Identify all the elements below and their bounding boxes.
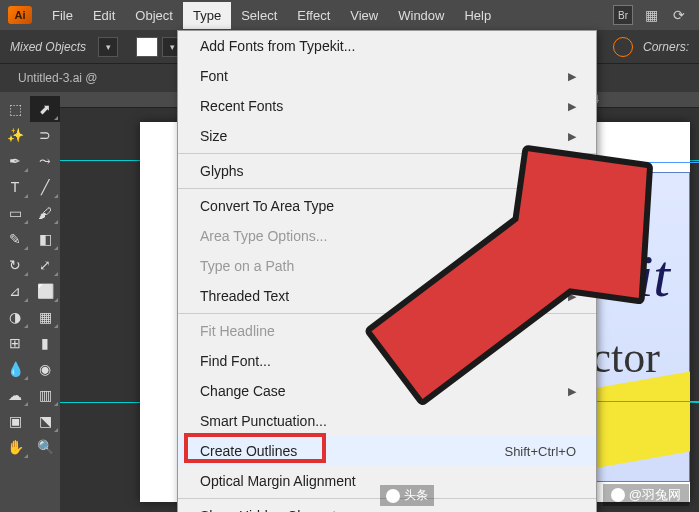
submenu-arrow-icon: ▶ <box>568 70 576 83</box>
menu-object[interactable]: Object <box>125 2 183 29</box>
menubar: Ai File Edit Object Type Select Effect V… <box>0 0 699 30</box>
menuitem-create-outlines[interactable]: Create OutlinesShift+Ctrl+O <box>178 436 596 466</box>
menuitem-size[interactable]: Size▶ <box>178 121 596 151</box>
blend-tool-icon[interactable]: ◉ <box>30 356 60 382</box>
selection-tool-icon[interactable]: ⬚ <box>0 96 30 122</box>
rotate-tool-icon[interactable]: ↻ <box>0 252 30 278</box>
lasso-tool-icon[interactable]: ⊃ <box>30 122 60 148</box>
menu-help[interactable]: Help <box>454 2 501 29</box>
document-tab[interactable]: Untitled-3.ai @ <box>10 67 106 89</box>
menuitem-glyphs[interactable]: Glyphs <box>178 156 596 186</box>
menu-type[interactable]: Type <box>183 2 231 29</box>
pencil-tool-icon[interactable]: ✎ <box>0 226 30 252</box>
line-tool-icon[interactable]: ╱ <box>30 174 60 200</box>
menu-select[interactable]: Select <box>231 2 287 29</box>
corners-label: Corners: <box>643 40 689 54</box>
shortcut-label: Shift+Ctrl+O <box>504 444 576 459</box>
record-icon[interactable] <box>613 37 633 57</box>
slice-tool-icon[interactable]: ⬔ <box>30 408 60 434</box>
bridge-icon[interactable]: Br <box>613 5 633 25</box>
arrange-docs-icon[interactable]: ▦ <box>641 5 661 25</box>
menuitem-find-font[interactable]: Find Font... <box>178 346 596 376</box>
menuitem-change-case[interactable]: Change Case▶ <box>178 376 596 406</box>
menu-edit[interactable]: Edit <box>83 2 125 29</box>
direct-selection-tool-icon[interactable]: ⬈ <box>30 96 60 122</box>
tool-panel: ⬚⬈ ✨⊃ ✒⤳ T╱ ▭🖌 ✎◧ ↻⤢ ⊿⬜ ◑▦ ⊞▮ 💧◉ ☁▥ ▣⬔ ✋… <box>0 92 60 512</box>
mesh-tool-icon[interactable]: ⊞ <box>0 330 30 356</box>
options-dropdown[interactable]: ▾ <box>98 37 118 57</box>
menu-separator <box>178 153 596 154</box>
menu-separator <box>178 188 596 189</box>
type-menu-dropdown: Add Fonts from Typekit... Font▶ Recent F… <box>177 30 597 512</box>
scale-tool-icon[interactable]: ⤢ <box>30 252 60 278</box>
artboard-tool-icon[interactable]: ▣ <box>0 408 30 434</box>
menuitem-type-on-path: Type on a Path▶ <box>178 251 596 281</box>
width-tool-icon[interactable]: ⊿ <box>0 278 30 304</box>
menu-separator <box>178 313 596 314</box>
symbol-tool-icon[interactable]: ☁ <box>0 382 30 408</box>
free-transform-tool-icon[interactable]: ⬜ <box>30 278 60 304</box>
rectangle-tool-icon[interactable]: ▭ <box>0 200 30 226</box>
watermark-left: 头条 <box>380 485 434 506</box>
shortcut-label: Alt+Ctrl+I <box>522 509 576 513</box>
type-tool-icon[interactable]: T <box>0 174 30 200</box>
submenu-arrow-icon: ▶ <box>568 260 576 273</box>
brush-tool-icon[interactable]: 🖌 <box>30 200 60 226</box>
menu-effect[interactable]: Effect <box>287 2 340 29</box>
watermark-right: @羽兔网 <box>603 484 689 506</box>
eraser-tool-icon[interactable]: ◧ <box>30 226 60 252</box>
menuitem-convert-area-type[interactable]: Convert To Area Type <box>178 191 596 221</box>
submenu-arrow-icon: ▶ <box>568 290 576 303</box>
menu-view[interactable]: View <box>340 2 388 29</box>
menuitem-add-fonts-typekit[interactable]: Add Fonts from Typekit... <box>178 31 596 61</box>
app-logo-icon: Ai <box>8 6 32 24</box>
eyedropper-tool-icon[interactable]: 💧 <box>0 356 30 382</box>
menu-file[interactable]: File <box>42 2 83 29</box>
submenu-arrow-icon: ▶ <box>568 100 576 113</box>
watermark-logo-icon <box>386 489 400 503</box>
magic-wand-tool-icon[interactable]: ✨ <box>0 122 30 148</box>
shape-builder-tool-icon[interactable]: ◑ <box>0 304 30 330</box>
menuitem-area-type-options: Area Type Options... <box>178 221 596 251</box>
watermark-logo-icon <box>611 488 625 502</box>
sync-icon[interactable]: ⟳ <box>669 5 689 25</box>
curvature-tool-icon[interactable]: ⤳ <box>30 148 60 174</box>
selection-info-label: Mixed Objects <box>10 40 86 54</box>
submenu-arrow-icon: ▶ <box>568 130 576 143</box>
menuitem-recent-fonts[interactable]: Recent Fonts▶ <box>178 91 596 121</box>
menuitem-smart-punctuation[interactable]: Smart Punctuation... <box>178 406 596 436</box>
menu-window[interactable]: Window <box>388 2 454 29</box>
hand-tool-icon[interactable]: ✋ <box>0 434 30 460</box>
gradient-tool-icon[interactable]: ▮ <box>30 330 60 356</box>
pen-tool-icon[interactable]: ✒ <box>0 148 30 174</box>
graph-tool-icon[interactable]: ▥ <box>30 382 60 408</box>
menuitem-fit-headline: Fit Headline <box>178 316 596 346</box>
menuitem-threaded-text[interactable]: Threaded Text▶ <box>178 281 596 311</box>
menuitem-font[interactable]: Font▶ <box>178 61 596 91</box>
zoom-tool-icon[interactable]: 🔍 <box>30 434 60 460</box>
perspective-tool-icon[interactable]: ▦ <box>30 304 60 330</box>
fill-picker[interactable] <box>136 37 158 57</box>
submenu-arrow-icon: ▶ <box>568 385 576 398</box>
